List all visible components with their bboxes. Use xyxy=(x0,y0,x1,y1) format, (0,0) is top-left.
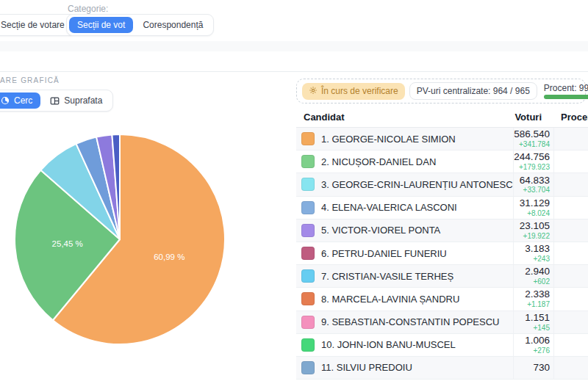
table-row[interactable]: 2. NICUȘOR-DANIEL DAN244.756+179.923 xyxy=(296,150,588,173)
votes-delta: +145 xyxy=(533,324,550,332)
votes-cell: 244.756+179.923 xyxy=(513,150,553,173)
percent-cell xyxy=(553,128,588,150)
table-row[interactable]: 10. JOHN-ION BANU-MUSCEL1.006+276 xyxy=(296,334,588,357)
candidate-color-swatch xyxy=(301,132,315,145)
candidate-name: 7. CRISTIAN-VASILE TERHEȘ xyxy=(321,271,453,282)
chart-view-toggle: Cerc Suprafata xyxy=(0,90,113,112)
candidate-name: 10. JOHN-ION BANU-MUSCEL xyxy=(321,339,456,350)
column-header-voturi: Voturi xyxy=(513,112,553,123)
candidate-cell: 4. ELENA-VALERICA LASCONI xyxy=(296,201,513,214)
votes-cell: 1.151+145 xyxy=(513,311,553,333)
percent-cell xyxy=(553,150,588,173)
table-row[interactable]: 11. SILVIU PREDOIU730 xyxy=(296,357,588,380)
percent-cell xyxy=(553,173,588,195)
votes-value: 23.105 xyxy=(520,221,550,232)
votes-cell: 586.540+341.784 xyxy=(513,128,553,150)
candidate-color-swatch xyxy=(301,224,315,237)
candidate-color-swatch xyxy=(301,338,315,352)
votes-cell: 64.833+33.704 xyxy=(513,173,553,195)
percent-cell xyxy=(553,288,588,310)
candidate-name: 11. SILVIU PREDOIU xyxy=(321,362,412,373)
table-row[interactable]: 7. CRISTIAN-VASILE TERHEȘ2.940+602 xyxy=(296,265,588,288)
column-header-candidat: Candidat xyxy=(296,112,513,123)
toggle-cerc-button[interactable]: Cerc xyxy=(0,92,40,109)
candidate-cell: 5. VICTOR-VIOREL PONTA xyxy=(296,224,513,237)
pv-centralized-badge: PV-uri centralizate: 964 / 965 xyxy=(409,82,537,100)
votes-delta: +179.923 xyxy=(519,163,550,171)
candidate-name: 5. VICTOR-VIOREL PONTA xyxy=(321,225,440,236)
candidate-name: 9. SEBASTIAN-CONSTANTIN POPESCU xyxy=(321,316,499,327)
votes-value: 3.183 xyxy=(525,244,550,255)
filter-sectie-de-votare[interactable]: Secție de votare xyxy=(0,17,73,33)
votes-delta: +33.704 xyxy=(523,186,550,194)
pie-chart-icon xyxy=(1,96,10,105)
votes-cell: 2.940+602 xyxy=(513,265,553,287)
centralization-status-box: În curs de verificare PV-uri centralizat… xyxy=(296,79,586,104)
percent-cell xyxy=(553,334,588,356)
votes-value: 2.338 xyxy=(525,289,550,300)
candidate-cell: 9. SEBASTIAN-CONSTANTIN POPESCU xyxy=(296,316,513,329)
candidate-name: 1. GEORGE-NICOLAE SIMION xyxy=(321,134,456,145)
votes-delta: +276 xyxy=(533,346,550,355)
votes-delta: +19.922 xyxy=(523,232,550,240)
candidate-color-swatch xyxy=(301,201,315,214)
percent-progress-bar xyxy=(544,95,588,99)
category-label: Categorie: xyxy=(68,4,108,14)
toggle-cerc-label: Cerc xyxy=(14,95,32,106)
table-row[interactable]: 1. GEORGE-NICOLAE SIMION586.540+341.784 xyxy=(296,128,588,150)
candidate-color-swatch xyxy=(301,361,315,374)
candidate-cell: 8. MARCELA-LAVINIA ȘANDRU xyxy=(296,292,513,305)
verification-status-badge[interactable]: În curs de verificare xyxy=(302,83,405,100)
candidate-color-swatch xyxy=(301,269,315,283)
section-band xyxy=(0,41,588,51)
votes-cell: 1.006+276 xyxy=(513,334,553,356)
percent-label: Procent: 99,90 % xyxy=(544,83,588,93)
candidate-name: 6. PETRU-DANIEL FUNERIU xyxy=(321,248,447,259)
gear-icon xyxy=(309,86,318,97)
section-divider xyxy=(0,71,588,72)
votes-cell: 2.338+1.187 xyxy=(513,288,553,310)
candidate-name: 2. NICUȘOR-DANIEL DAN xyxy=(321,156,436,167)
votes-cell: 730 xyxy=(513,357,553,379)
candidate-cell: 2. NICUȘOR-DANIEL DAN xyxy=(296,155,513,168)
candidate-name: 3. GEORGE-CRIN-LAURENȚIU ANTONESCU xyxy=(321,179,513,190)
table-row[interactable]: 6. PETRU-DANIEL FUNERIU3.183+243 xyxy=(296,242,588,265)
candidate-cell: 6. PETRU-DANIEL FUNERIU xyxy=(296,247,513,260)
votes-cell: 3.183+243 xyxy=(513,242,553,264)
percent-cell xyxy=(553,197,588,219)
candidate-cell: 3. GEORGE-CRIN-LAURENȚIU ANTONESCU xyxy=(296,178,513,191)
votes-delta: +1.187 xyxy=(527,300,550,308)
table-row[interactable]: 4. ELENA-VALERICA LASCONI31.129+8.024 xyxy=(296,197,588,219)
votes-cell: 23.105+19.922 xyxy=(513,219,553,242)
results-table-body: 1. GEORGE-NICOLAE SIMION586.540+341.7842… xyxy=(296,128,588,380)
votes-delta: +602 xyxy=(533,277,550,286)
candidate-cell: 11. SILVIU PREDOIU xyxy=(296,361,513,374)
treemap-icon xyxy=(50,96,60,106)
filter-corespondenta[interactable]: Corespondență xyxy=(135,17,211,33)
filter-sectii-de-vot[interactable]: Secții de vot xyxy=(69,17,133,33)
candidate-cell: 10. JOHN-ION BANU-MUSCEL xyxy=(296,338,513,352)
votes-cell: 31.129+8.024 xyxy=(513,197,553,219)
pie-slice-label: 60,99 % xyxy=(154,253,184,261)
table-row[interactable]: 3. GEORGE-CRIN-LAURENȚIU ANTONESCU64.833… xyxy=(296,173,588,196)
pie-slice-label: 25,45 % xyxy=(52,239,83,248)
filter-group-category: Secții de vot Corespondență xyxy=(66,14,214,36)
candidate-name: 4. ELENA-VALERICA LASCONI xyxy=(321,202,457,213)
results-table: Candidat Voturi Procent 1. GEORGE-NICOLA… xyxy=(296,106,588,380)
percent-cell xyxy=(553,242,588,264)
percent-cell xyxy=(553,311,588,333)
filter-group-votare: Secție de votare xyxy=(0,14,76,36)
table-row[interactable]: 8. MARCELA-LAVINIA ȘANDRU2.338+1.187 xyxy=(296,288,588,311)
candidate-cell: 1. GEORGE-NICOLAE SIMION xyxy=(296,132,513,145)
toggle-suprafata-button[interactable]: Suprafata xyxy=(42,92,110,109)
votes-value: 1.006 xyxy=(525,335,550,346)
table-row[interactable]: 9. SEBASTIAN-CONSTANTIN POPESCU1.151+145 xyxy=(296,311,588,334)
votes-delta: +8.024 xyxy=(527,209,550,217)
table-row[interactable]: 5. VICTOR-VIOREL PONTA23.105+19.922 xyxy=(296,219,588,242)
percent-cell xyxy=(553,265,588,287)
percent-cell xyxy=(553,219,588,242)
toggle-suprafata-label: Suprafata xyxy=(64,95,102,106)
votes-value: 64.833 xyxy=(520,175,550,186)
verification-status-label: În curs de verificare xyxy=(321,86,398,96)
pie-chart: 60,99 %25,45 % xyxy=(10,129,230,349)
